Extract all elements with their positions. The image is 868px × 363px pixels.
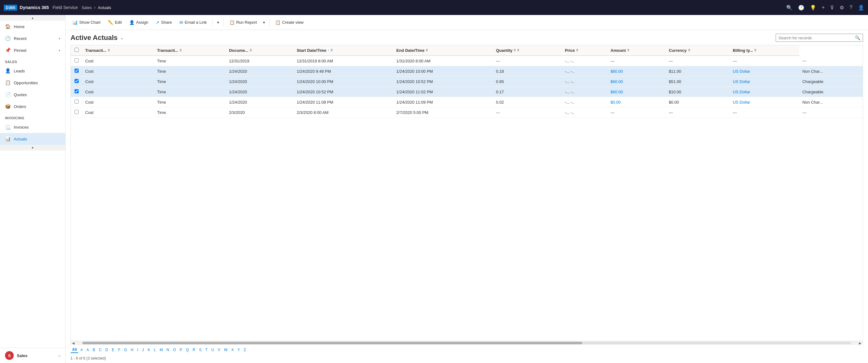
alpha-letter-I[interactable]: I xyxy=(136,347,140,353)
alpha-letter-R[interactable]: R xyxy=(191,347,197,353)
currency-filter-icon[interactable]: ⊽ xyxy=(688,49,690,52)
transaction-type-filter-icon[interactable]: ⊽ xyxy=(107,49,110,52)
row-checkbox[interactable] xyxy=(74,110,79,114)
recent-nav-icon[interactable]: 🕐 xyxy=(798,5,804,10)
sidebar-item-quotes[interactable]: 📄 Quotes xyxy=(0,89,65,100)
email-link-button[interactable]: ✉ Email a Link xyxy=(176,19,210,27)
amount-filter-icon[interactable]: ⊽ xyxy=(627,49,629,52)
row-checkbox[interactable] xyxy=(74,69,79,73)
sidebar-item-opportunities[interactable]: 📋 Opportunities xyxy=(0,77,65,89)
help-nav-icon[interactable]: ? xyxy=(849,5,852,10)
alpha-letter-L[interactable]: L xyxy=(152,347,158,353)
document-filter-icon[interactable]: ⊽ xyxy=(250,49,252,52)
select-all-checkbox[interactable] xyxy=(74,48,79,52)
alpha-letter-B[interactable]: B xyxy=(91,347,97,353)
more-button[interactable]: ▾ xyxy=(215,19,221,26)
end-datetime-filter-icon[interactable]: ⊽ xyxy=(426,49,428,52)
sidebar-scroll-down[interactable]: ▼ xyxy=(0,145,65,150)
alpha-letter-Y[interactable]: Y xyxy=(236,347,242,353)
row-checkbox[interactable] xyxy=(74,89,79,93)
table-row[interactable]: CostTime2/3/20202/3/2020 8:00 AM2/7/2020… xyxy=(71,108,863,118)
table-row[interactable]: CostTime1/24/20201/24/2020 9:48 PM1/24/2… xyxy=(71,66,863,77)
start-datetime-sort-icon[interactable]: ↑ xyxy=(328,49,329,52)
sidebar-item-actuals[interactable]: 📊 Actuals xyxy=(0,133,65,145)
lightbulb-nav-icon[interactable]: 💡 xyxy=(810,5,816,10)
alpha-letter-Z[interactable]: Z xyxy=(242,347,247,353)
price-cell: $0.00 xyxy=(608,97,666,108)
table-header-row: Transacti... ⊽ Transacti... ⊽ xyxy=(71,45,863,56)
start-datetime-filter-icon[interactable]: ⊽ xyxy=(331,49,333,52)
alpha-letter-U[interactable]: U xyxy=(210,347,216,353)
alpha-letter-D[interactable]: D xyxy=(104,347,110,353)
run-report-button[interactable]: 📋 Run Report xyxy=(226,19,260,27)
sidebar-item-invoices[interactable]: 📃 Invoices xyxy=(0,121,65,133)
share-icon: ↗ xyxy=(156,20,159,25)
sidebar-pinned-label: Pinned xyxy=(14,48,26,53)
sidebar-scroll-up[interactable]: ▲ xyxy=(0,15,65,21)
search-nav-icon[interactable]: 🔍 xyxy=(786,5,793,10)
price-filter-icon[interactable]: ⊽ xyxy=(576,49,578,52)
alpha-letter-H[interactable]: H xyxy=(129,347,135,353)
sidebar-item-home[interactable]: 🏠 Home xyxy=(0,21,65,32)
table-row[interactable]: CostTime1/24/20201/24/2020 10:52 PM1/24/… xyxy=(71,87,863,97)
data-table-wrapper[interactable]: Transacti... ⊽ Transacti... ⊽ xyxy=(70,45,863,341)
alpha-letter-T[interactable]: T xyxy=(204,347,209,353)
search-input[interactable] xyxy=(778,36,855,40)
table-row[interactable]: CostTime1/24/20201/24/2020 10:00 PM1/24/… xyxy=(71,77,863,87)
sidebar-item-recent[interactable]: 🕐 Recent ▾ xyxy=(0,32,65,44)
sidebar-item-pinned[interactable]: 📌 Pinned ▾ xyxy=(0,44,65,56)
col-currency-label: Currency xyxy=(669,48,686,53)
share-button[interactable]: ↗ Share xyxy=(153,19,175,27)
row-checkbox[interactable] xyxy=(74,58,79,62)
alpha-letter-S[interactable]: S xyxy=(197,347,203,353)
filter-nav-icon[interactable]: ⊽ xyxy=(830,5,834,10)
table-row[interactable]: CostTime12/31/201912/31/2019 8:00 AM1/31… xyxy=(71,56,863,66)
alpha-letter-V[interactable]: V xyxy=(216,347,222,353)
alpha-letter-G[interactable]: G xyxy=(123,347,128,353)
settings-nav-icon[interactable]: ⚙ xyxy=(840,5,844,10)
sidebar-item-orders[interactable]: 📦 Orders xyxy=(0,100,65,112)
user-nav-icon[interactable]: 👤 xyxy=(858,5,864,10)
horizontal-scrollbar[interactable]: ◀ ▶ xyxy=(70,341,863,345)
billing-type-cell: Non Char... xyxy=(799,97,863,108)
alpha-letter-J[interactable]: J xyxy=(141,347,145,353)
alpha-letter-#[interactable]: # xyxy=(79,347,84,353)
create-view-button[interactable]: 📋 Create view xyxy=(272,19,307,27)
alpha-letter-X[interactable]: X xyxy=(230,347,235,353)
show-chart-button[interactable]: 📊 Show Chart xyxy=(69,19,103,27)
view-dropdown-icon[interactable]: ⌄ xyxy=(120,35,124,40)
assign-button[interactable]: 👤 Assign xyxy=(126,19,151,27)
row-checkbox[interactable] xyxy=(74,99,79,103)
row-checkbox[interactable] xyxy=(74,79,79,83)
billing-type-cell: Chargeable xyxy=(799,77,863,87)
alpha-letter-W[interactable]: W xyxy=(222,347,229,353)
scroll-track[interactable] xyxy=(82,342,851,344)
add-nav-icon[interactable]: + xyxy=(822,5,825,10)
transaction-cat-filter-icon[interactable]: ⊽ xyxy=(179,49,182,52)
alpha-letter-C[interactable]: C xyxy=(97,347,103,353)
sidebar-item-leads[interactable]: 👤 Leads xyxy=(0,65,65,77)
alpha-all[interactable]: All xyxy=(70,347,78,353)
edit-button[interactable]: ✏️ Edit xyxy=(105,19,125,27)
scroll-thumb[interactable] xyxy=(82,342,582,344)
alpha-letter-F[interactable]: F xyxy=(116,347,122,353)
email-icon: ✉ xyxy=(179,20,183,25)
table-row[interactable]: CostTime1/24/20201/24/2020 11:08 PM1/24/… xyxy=(71,97,863,108)
app-name: Field Service xyxy=(53,5,78,10)
quantity-extra-icon[interactable]: ⊽ xyxy=(517,49,519,52)
alpha-letter-P[interactable]: P xyxy=(178,347,184,353)
scroll-left-icon[interactable]: ◀ xyxy=(70,341,76,345)
scroll-right-icon[interactable]: ▶ xyxy=(858,341,863,345)
alpha-letter-M[interactable]: M xyxy=(158,347,164,353)
quantity-filter-icon[interactable]: ⊽ xyxy=(514,49,516,52)
alpha-letter-A[interactable]: A xyxy=(85,347,91,353)
billing-type-filter-icon[interactable]: ⊽ xyxy=(754,49,756,52)
breadcrumb-parent[interactable]: Sales xyxy=(82,5,92,10)
sidebar-footer[interactable]: S Sales ◁ xyxy=(0,348,65,363)
alpha-letter-E[interactable]: E xyxy=(110,347,116,353)
run-report-more-button[interactable]: ▾ xyxy=(261,19,267,26)
alpha-letter-O[interactable]: O xyxy=(172,347,178,353)
alpha-letter-N[interactable]: N xyxy=(165,347,171,353)
alpha-letter-K[interactable]: K xyxy=(146,347,152,353)
alpha-letter-Q[interactable]: Q xyxy=(184,347,190,353)
